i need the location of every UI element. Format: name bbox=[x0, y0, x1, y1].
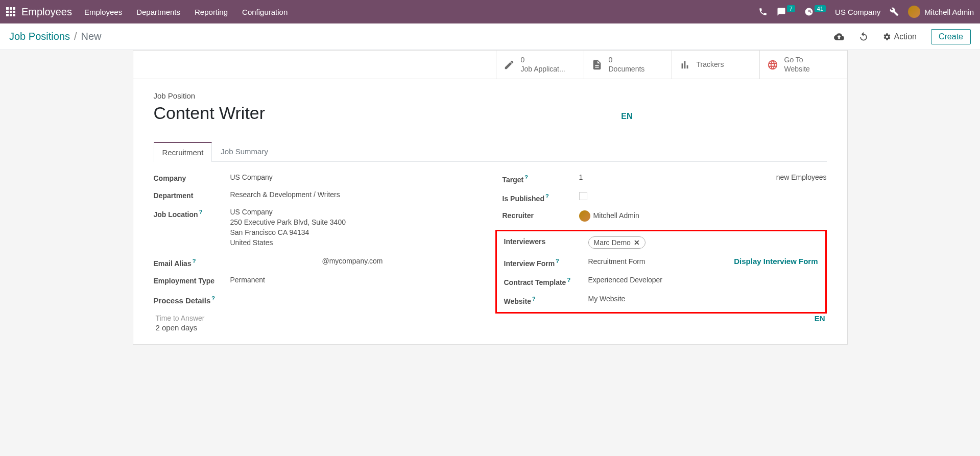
navbar-app-name[interactable]: Employees bbox=[21, 6, 72, 18]
contract-template-label: Contract Template? bbox=[504, 276, 588, 286]
nav-menu-employees[interactable]: Employees bbox=[84, 8, 122, 16]
control-panel: Job Positions / New Action Create bbox=[0, 23, 980, 50]
user-name: Mitchell Admin bbox=[924, 8, 974, 16]
apps-icon[interactable] bbox=[6, 7, 15, 16]
help-icon[interactable]: ? bbox=[567, 277, 570, 283]
time-to-answer-label: Time to Answer bbox=[156, 314, 478, 322]
interviewers-label: Interviewers bbox=[504, 236, 588, 246]
stat-job-app-label: Job Applicat... bbox=[521, 65, 565, 74]
breadcrumb-separator: / bbox=[74, 31, 77, 42]
nav-menu-configuration[interactable]: Configuration bbox=[242, 8, 288, 16]
employment-type-label: Employment Type bbox=[154, 276, 230, 285]
help-icon[interactable]: ? bbox=[193, 258, 196, 264]
form-tabs: Recruitment Job Summary bbox=[154, 141, 827, 162]
remove-tag-icon[interactable]: ✕ bbox=[634, 238, 640, 247]
stat-website-label-1: Go To bbox=[784, 56, 810, 65]
display-interview-link[interactable]: Display Interview Form bbox=[734, 257, 818, 266]
form-col-right: Target? 1 new Employees Is Published? Re… bbox=[503, 173, 827, 332]
interviewer-tag[interactable]: Marc Demo ✕ bbox=[588, 236, 646, 249]
main-navbar: Employees Employees Departments Reportin… bbox=[0, 0, 980, 23]
help-icon[interactable]: ? bbox=[211, 295, 215, 301]
job-location-label: Job Location? bbox=[154, 208, 230, 219]
stat-trackers[interactable]: Trackers bbox=[672, 51, 759, 79]
form-col-left: Company US Company Department Research &… bbox=[154, 173, 478, 332]
employment-type-value[interactable]: Permanent bbox=[230, 276, 478, 284]
department-label: Department bbox=[154, 190, 230, 200]
user-avatar bbox=[908, 6, 920, 18]
user-menu[interactable]: Mitchell Admin bbox=[908, 6, 974, 18]
pencil-icon bbox=[504, 59, 515, 70]
stat-job-app-count: 0 bbox=[521, 56, 565, 65]
email-alias-label: Email Alias? bbox=[154, 257, 230, 268]
help-icon[interactable]: ? bbox=[199, 209, 203, 215]
email-alias-value[interactable]: @mycompany.com bbox=[230, 257, 478, 265]
stat-documents-count: 0 bbox=[609, 56, 645, 65]
breadcrumb-current: New bbox=[81, 31, 102, 42]
help-icon[interactable]: ? bbox=[545, 193, 549, 199]
website-field-value[interactable]: My Website bbox=[588, 295, 818, 303]
stat-trackers-label: Trackers bbox=[697, 60, 724, 69]
globe-icon bbox=[767, 59, 778, 70]
stat-buttons-row: 0 Job Applicat... 0 Documents Trackers bbox=[133, 51, 847, 79]
breadcrumb: Job Positions / New bbox=[9, 31, 834, 42]
stat-website-label-2: Website bbox=[784, 65, 810, 74]
target-suffix: new Employees bbox=[776, 173, 827, 181]
stat-documents-label: Documents bbox=[609, 65, 645, 74]
website-field-label: Website? bbox=[504, 295, 588, 305]
nav-menu-departments[interactable]: Departments bbox=[136, 8, 180, 16]
activities-icon[interactable]: 41 bbox=[804, 7, 826, 16]
cloud-save-icon[interactable] bbox=[834, 32, 844, 42]
lang-indicator[interactable]: EN bbox=[621, 112, 632, 121]
highlighted-section: Interviewers Marc Demo ✕ Interview Form? bbox=[495, 230, 827, 314]
title-label: Job Position bbox=[154, 91, 827, 100]
tab-recruitment[interactable]: Recruitment bbox=[154, 142, 212, 162]
debug-icon[interactable] bbox=[890, 7, 899, 16]
form-sheet: 0 Job Applicat... 0 Documents Trackers bbox=[133, 50, 848, 345]
tab-job-summary[interactable]: Job Summary bbox=[212, 141, 277, 161]
job-position-title[interactable]: Content Writer bbox=[154, 103, 622, 123]
action-label: Action bbox=[894, 32, 917, 41]
document-icon bbox=[591, 59, 603, 70]
help-icon[interactable]: ? bbox=[556, 258, 559, 264]
is-published-checkbox[interactable] bbox=[579, 192, 587, 200]
company-label: Company bbox=[154, 173, 230, 182]
recruiter-value[interactable]: Mitchell Admin bbox=[579, 210, 827, 222]
interview-form-label: Interview Form? bbox=[504, 257, 588, 268]
recruiter-avatar bbox=[579, 210, 590, 222]
process-details-label: Process Details? bbox=[154, 295, 478, 305]
target-value[interactable]: 1 bbox=[579, 173, 583, 181]
is-published-label: Is Published? bbox=[503, 192, 579, 203]
company-value[interactable]: US Company bbox=[230, 173, 478, 181]
messages-badge: 7 bbox=[787, 5, 795, 12]
contract-template-value[interactable]: Experienced Developer bbox=[588, 276, 818, 284]
stat-documents[interactable]: 0 Documents bbox=[584, 51, 672, 79]
job-location-value[interactable]: US Company 250 Executive Park Blvd, Suit… bbox=[230, 208, 478, 249]
interview-form-value[interactable]: Recruitment Form bbox=[588, 257, 646, 266]
create-button[interactable]: Create bbox=[931, 29, 971, 44]
action-dropdown[interactable]: Action bbox=[883, 32, 917, 41]
recruiter-label: Recruiter bbox=[503, 210, 579, 220]
nav-menu-reporting[interactable]: Reporting bbox=[195, 8, 228, 16]
department-value[interactable]: Research & Development / Writers bbox=[230, 190, 478, 199]
target-label: Target? bbox=[503, 173, 579, 184]
help-icon[interactable]: ? bbox=[524, 174, 528, 180]
activities-badge: 41 bbox=[815, 5, 826, 12]
help-icon[interactable]: ? bbox=[532, 296, 536, 302]
discard-icon[interactable] bbox=[858, 32, 869, 42]
breadcrumb-root[interactable]: Job Positions bbox=[9, 31, 70, 42]
stat-job-applications[interactable]: 0 Job Applicat... bbox=[496, 51, 584, 79]
time-to-answer-value[interactable]: 2 open days bbox=[156, 323, 478, 332]
stat-go-to-website[interactable]: Go To Website bbox=[759, 51, 847, 79]
company-switcher[interactable]: US Company bbox=[835, 8, 880, 16]
messaging-icon[interactable]: 7 bbox=[777, 7, 795, 16]
voip-icon[interactable] bbox=[758, 7, 768, 16]
bar-chart-icon bbox=[679, 59, 690, 70]
